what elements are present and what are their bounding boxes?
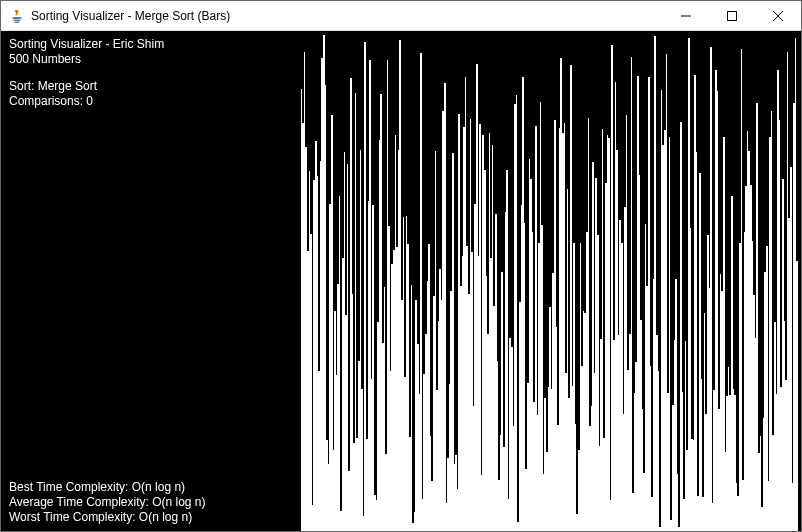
- bar: [608, 138, 610, 531]
- count-text: 500 Numbers: [9, 52, 164, 67]
- bar: [372, 205, 374, 531]
- app-title-text: Sorting Visualizer - Eric Shim: [9, 37, 164, 52]
- bar: [339, 196, 341, 531]
- close-button[interactable]: [755, 1, 801, 30]
- best-complexity-text: Best Time Complexity: O(n log n): [9, 480, 206, 495]
- bar: [631, 57, 633, 531]
- bars-container: [1, 31, 801, 531]
- info-sort: Sort: Merge Sort Comparisons: 0: [9, 79, 97, 109]
- bar: [444, 83, 446, 531]
- sort-name-text: Sort: Merge Sort: [9, 79, 97, 94]
- worst-complexity-text: Worst Time Complexity: O(n log n): [9, 510, 206, 525]
- java-app-icon: [9, 8, 25, 24]
- window-controls: [663, 1, 801, 30]
- bar: [696, 152, 698, 531]
- bar: [677, 474, 679, 531]
- info-complexity: Best Time Complexity: O(n log n) Average…: [9, 480, 206, 525]
- bar: [479, 124, 481, 531]
- bar: [411, 285, 413, 531]
- info-header: Sorting Visualizer - Eric Shim 500 Numbe…: [9, 37, 164, 67]
- window-title: Sorting Visualizer - Merge Sort (Bars): [31, 9, 663, 23]
- bar: [516, 95, 518, 531]
- titlebar: Sorting Visualizer - Merge Sort (Bars): [1, 1, 801, 31]
- bar: [506, 170, 508, 531]
- bar: [658, 371, 660, 531]
- average-complexity-text: Average Time Complexity: O(n log n): [9, 495, 206, 510]
- bar: [310, 234, 312, 531]
- bar: [669, 137, 671, 531]
- bar: [790, 167, 792, 531]
- bar: [361, 389, 363, 531]
- comparisons-text: Comparisons: 0: [9, 94, 97, 109]
- maximize-button[interactable]: [709, 1, 755, 30]
- svg-rect-1: [728, 11, 737, 20]
- bar: [796, 261, 798, 531]
- bar: [741, 49, 743, 531]
- bar: [710, 47, 712, 531]
- bar: [420, 53, 422, 531]
- minimize-button[interactable]: [663, 1, 709, 30]
- visualizer-canvas: Sorting Visualizer - Eric Shim 500 Numbe…: [1, 31, 801, 531]
